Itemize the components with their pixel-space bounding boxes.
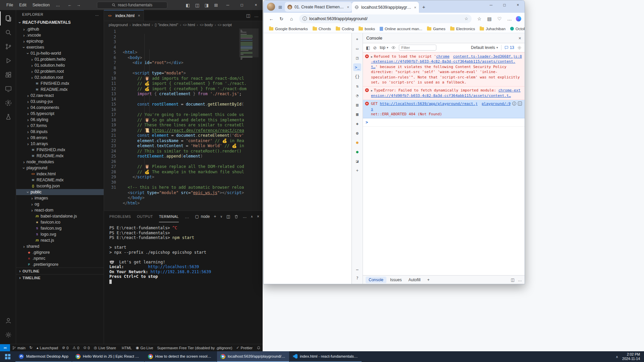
close-tab-icon[interactable]: ×: [347, 5, 349, 9]
tree-item[interactable]: ›01.problem.hello: [16, 56, 104, 62]
tree-item[interactable]: ›08.inputs: [16, 129, 104, 135]
console-message[interactable]: content.ts-loader-3ed3668f.js:8▶Refused …: [363, 52, 525, 86]
collections-icon[interactable]: ▤: [485, 16, 494, 21]
console-prompt[interactable]: >: [363, 118, 525, 127]
tree-item[interactable]: MFINISHED.mdx: [16, 80, 104, 86]
panel-tab-output[interactable]: OUTPUT: [137, 211, 153, 222]
breadcrumb-item[interactable]: <>body: [200, 23, 213, 27]
copilot-icon[interactable]: [516, 16, 521, 21]
taskbar-app[interactable]: Hello World in JS | Epic React by K...: [72, 351, 144, 362]
profile-avatar[interactable]: [267, 3, 275, 11]
status-notifications[interactable]: [255, 344, 263, 351]
tree-item[interactable]: ›shared: [16, 243, 104, 249]
bookmark-item[interactable]: Juhachiban: [478, 26, 507, 32]
devtools-extension-icon[interactable]: ●: [353, 148, 361, 156]
close-tab-icon[interactable]: ×: [138, 13, 140, 18]
breadcrumb-item[interactable]: index.html: [132, 23, 150, 27]
taskbar-app[interactable]: index.html - react-fundamentals -...: [289, 351, 362, 362]
vscode-maximize-button[interactable]: □: [235, 0, 249, 10]
split-terminal-icon[interactable]: ◫: [226, 214, 230, 219]
console-settings-gear-icon[interactable]: [517, 46, 522, 50]
terminal-output[interactable]: PS E:\react-fundamentals> ^CPS E:\react-…: [104, 222, 263, 344]
command-center-search[interactable]: react-fundamentals: [97, 2, 167, 9]
tab-actions-icon[interactable]: ⊞: [278, 5, 282, 10]
devtools-more-panel-icon[interactable]: ◪: [353, 157, 361, 165]
split-editor-icon[interactable]: ◫: [246, 13, 250, 18]
breadcrumb-item[interactable]: <>script: [218, 23, 232, 27]
status-supermaven[interactable]: Supermaven Free Tier (disabled by .gitig…: [155, 344, 234, 351]
terminal-process-chip[interactable]: ▢ node: [195, 214, 210, 219]
maximize-panel-icon[interactable]: ∧: [251, 215, 253, 218]
devtools-console-icon[interactable]: >_: [353, 63, 361, 71]
drawer-layout-icon[interactable]: ◫: [511, 278, 515, 282]
extensions-icon[interactable]: [0, 68, 16, 82]
panel-more-icon[interactable]: …: [243, 214, 247, 219]
tree-item[interactable]: ›09.errors: [16, 135, 104, 141]
edge-minimize-button[interactable]: ─: [484, 0, 498, 10]
tree-item[interactable]: ›07.forms: [16, 123, 104, 129]
devtools-add-icon[interactable]: +: [353, 167, 361, 174]
tree-item[interactable]: ›public: [16, 189, 104, 195]
drawer-more-icon[interactable]: …: [518, 278, 522, 282]
tree-item[interactable]: ›05.typescript: [16, 111, 104, 117]
tree-item[interactable]: ›exercises: [16, 44, 104, 50]
devtools-device-toolbar-icon[interactable]: ▭: [353, 45, 361, 52]
minimap[interactable]: [239, 28, 259, 210]
tree-item[interactable]: {}tsconfig.json: [16, 183, 104, 189]
settings-icon[interactable]: [0, 328, 16, 342]
devtools-sources-icon[interactable]: {}: [353, 73, 361, 80]
browser-tab-course[interactable]: 01. Create React Elements | ×: [285, 2, 352, 12]
status-warnings[interactable]: ⚠0: [70, 344, 81, 351]
edge-close-button[interactable]: ×: [511, 0, 525, 10]
bookmark-item[interactable]: OctoPrint: [508, 26, 525, 32]
favorites-icon[interactable]: ☆: [475, 16, 484, 21]
back-icon[interactable]: ←: [267, 16, 276, 21]
menu-edit[interactable]: Edit: [16, 3, 30, 7]
info-icon[interactable]: i: [512, 102, 516, 106]
toggle-sidebar-icon[interactable]: ◧: [183, 3, 192, 8]
nav-forward-icon[interactable]: →: [76, 3, 81, 7]
tree-item[interactable]: JSreact.js: [16, 237, 104, 243]
drawer-tab-issues[interactable]: Issues: [387, 277, 405, 283]
devtools-more-tools-icon[interactable]: …: [353, 265, 361, 273]
menu-more[interactable]: …: [53, 3, 63, 7]
expand-triangle-icon[interactable]: ▶: [371, 55, 373, 58]
customize-layout-icon[interactable]: ⊞: [212, 3, 220, 8]
tree-item[interactable]: ›06.styling: [16, 117, 104, 123]
tray-overflow-chevron-icon[interactable]: ∧: [616, 355, 618, 359]
status-language-mode[interactable]: HTML: [120, 344, 134, 351]
run-debug-icon[interactable]: [0, 54, 16, 68]
tree-item[interactable]: <>index.html: [16, 171, 104, 177]
console-message-count[interactable]: 13: [504, 45, 514, 50]
favorite-star-icon[interactable]: ☆: [465, 16, 468, 21]
tree-item[interactable]: ›02.raw-react: [16, 93, 104, 99]
source-location-link[interactable]: content.ts-loader-3ed3668f.js:8: [453, 54, 522, 59]
console-url-link[interactable]: http://localhost:5639/app/playground/rea…: [371, 102, 478, 111]
breadcrumb-item[interactable]: <>html: [183, 23, 195, 27]
tree-item[interactable]: ◆.gitignore: [16, 249, 104, 255]
status-sync[interactable]: ↻: [28, 344, 35, 351]
testing-icon[interactable]: [0, 110, 16, 124]
tree-item[interactable]: ›react-dom: [16, 207, 104, 213]
close-panel-icon[interactable]: ×: [257, 214, 259, 219]
live-expression-eye-icon[interactable]: [391, 45, 396, 50]
tree-item[interactable]: ›01.solution.hello: [16, 62, 104, 68]
editor-tab-index-html[interactable]: <> index.html ×: [104, 10, 144, 21]
taskbar-app[interactable]: Mattermost Desktop App: [15, 351, 72, 362]
devtools-cookies-icon[interactable]: ●: [353, 138, 361, 146]
tree-item[interactable]: Sfavicon.svg: [16, 225, 104, 231]
bookmark-item[interactable]: Games: [425, 26, 447, 32]
tree-item[interactable]: JSbabel-standalone.js: [16, 213, 104, 219]
sidebar-section-outline[interactable]: ›OUTLINE: [16, 267, 104, 274]
tree-item[interactable]: ★favicon.ico: [16, 219, 104, 225]
tree-item[interactable]: P.prettierignore: [16, 261, 104, 267]
status-branch[interactable]: main: [10, 344, 28, 351]
devtools-application-icon[interactable]: ▦: [353, 110, 361, 118]
menu-file[interactable]: File: [3, 3, 16, 7]
source-location-link[interactable]: playground/:9: [482, 101, 511, 106]
devtools-security-icon[interactable]: ◈: [353, 120, 361, 127]
context-selector[interactable]: top▾: [380, 45, 388, 50]
tree-item[interactable]: ›.github: [16, 26, 104, 32]
new-terminal-icon[interactable]: +: [214, 214, 216, 219]
taskbar-app[interactable]: localhost:5639/app/playground/ a...: [217, 351, 289, 362]
